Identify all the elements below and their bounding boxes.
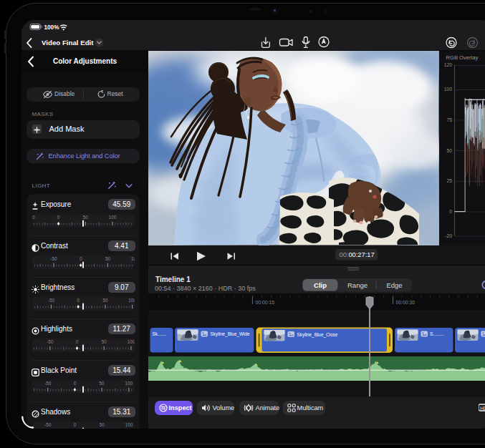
svg-text:Timeline 1: Timeline 1 bbox=[155, 276, 191, 283]
svg-text:100: 100 bbox=[443, 87, 452, 92]
svg-text:100: 100 bbox=[109, 215, 117, 220]
svg-text:Range: Range bbox=[347, 281, 368, 289]
svg-text:0: 0 bbox=[449, 209, 452, 214]
svg-text:00:54 · 3840 × 2160 · HDR · 30: 00:54 · 3840 × 2160 · HDR · 30 fps bbox=[155, 285, 256, 292]
svg-text:-50: -50 bbox=[48, 298, 55, 303]
svg-text:-50: -50 bbox=[44, 422, 52, 427]
svg-text:-20: -20 bbox=[445, 233, 452, 238]
svg-text:50: 50 bbox=[100, 422, 105, 427]
svg-text:-50: -50 bbox=[32, 215, 35, 220]
svg-text:Video Final Edit: Video Final Edit bbox=[42, 39, 94, 47]
svg-text:75: 75 bbox=[446, 117, 452, 122]
svg-text:Sk.......: Sk....... bbox=[153, 331, 167, 336]
svg-text:00:00:27:17: 00:00:27:17 bbox=[340, 251, 375, 258]
svg-text:Skyline_Blue_Wide: Skyline_Blue_Wide bbox=[211, 331, 251, 337]
svg-text:100: 100 bbox=[125, 422, 133, 427]
svg-text:0: 0 bbox=[57, 215, 60, 220]
svg-text:25: 25 bbox=[446, 178, 452, 183]
svg-text:50: 50 bbox=[102, 298, 108, 303]
svg-text:50: 50 bbox=[446, 148, 452, 153]
svg-text:50: 50 bbox=[105, 256, 111, 261]
svg-text:Skyline_Blue_Close: Skyline_Blue_Close bbox=[297, 332, 338, 338]
svg-text:100: 100 bbox=[131, 256, 135, 261]
svg-text:0: 0 bbox=[77, 298, 80, 303]
svg-text:50: 50 bbox=[83, 215, 89, 220]
svg-text:-50: -50 bbox=[47, 339, 54, 344]
svg-text:RGB Overlay: RGB Overlay bbox=[446, 54, 478, 61]
svg-text:100%: 100% bbox=[44, 24, 60, 31]
svg-text:HD: HD bbox=[480, 406, 485, 411]
svg-text:100: 100 bbox=[128, 339, 135, 344]
svg-text:120: 120 bbox=[443, 62, 452, 67]
svg-text:100: 100 bbox=[125, 381, 133, 386]
svg-text:00:00:15: 00:00:15 bbox=[256, 300, 275, 305]
svg-text:00:00:30: 00:00:30 bbox=[396, 300, 416, 305]
svg-text:-50: -50 bbox=[50, 256, 57, 261]
svg-text:50: 50 bbox=[100, 381, 105, 386]
svg-text:0: 0 bbox=[76, 339, 79, 344]
svg-text:0: 0 bbox=[74, 422, 77, 427]
svg-text:0: 0 bbox=[74, 381, 77, 386]
svg-text:50: 50 bbox=[102, 339, 107, 344]
svg-text:-50: -50 bbox=[44, 381, 52, 386]
svg-text:Clip: Clip bbox=[314, 281, 327, 289]
svg-text:0: 0 bbox=[80, 256, 82, 261]
svg-text:Edge: Edge bbox=[386, 281, 402, 289]
svg-text:100: 100 bbox=[128, 298, 134, 303]
svg-text:S.........: S......... bbox=[430, 331, 444, 336]
